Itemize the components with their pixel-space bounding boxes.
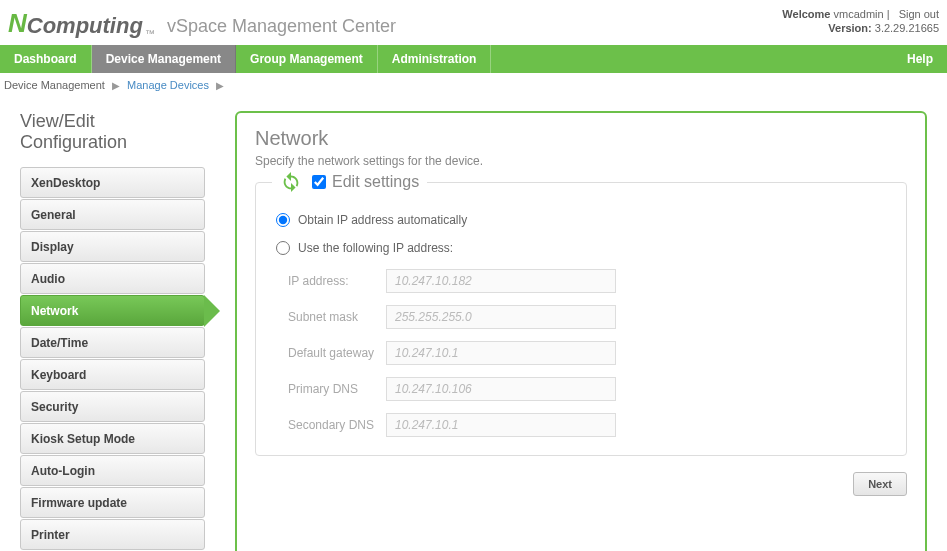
nav-group-management[interactable]: Group Management (236, 45, 378, 73)
dns2-input[interactable] (386, 413, 616, 437)
gateway-row: Default gateway (288, 341, 886, 365)
nav-device-management[interactable]: Device Management (92, 45, 236, 73)
sidebar: XenDesktop General Display Audio Network… (20, 167, 205, 551)
gateway-input[interactable] (386, 341, 616, 365)
radio-auto[interactable] (276, 213, 290, 227)
breadcrumb: Device Management ▶ Manage Devices ▶ (0, 73, 947, 97)
username: vmcadmin (834, 8, 884, 20)
subnet-row: Subnet mask (288, 305, 886, 329)
version-line: Version: 3.2.29.21665 (782, 22, 939, 34)
sidebar-item-general[interactable]: General (20, 199, 205, 230)
panel-footer: Next (255, 472, 907, 496)
nav-administration[interactable]: Administration (378, 45, 492, 73)
nav-help[interactable]: Help (893, 45, 947, 73)
subnet-input[interactable] (386, 305, 616, 329)
sidebar-item-printer[interactable]: Printer (20, 519, 205, 550)
navbar: Dashboard Device Management Group Manage… (0, 45, 947, 73)
ip-label: IP address: (288, 274, 386, 288)
header: NComputing™ vSpace Management Center Wel… (0, 0, 947, 45)
refresh-icon[interactable] (280, 171, 302, 193)
sidebar-item-audio[interactable]: Audio (20, 263, 205, 294)
network-fields: IP address: Subnet mask Default gateway … (288, 269, 886, 437)
dns2-label: Secondary DNS (288, 418, 386, 432)
panel-description: Specify the network settings for the dev… (255, 154, 907, 168)
dns1-row: Primary DNS (288, 377, 886, 401)
left-column: View/Edit Configuration XenDesktop Gener… (20, 111, 205, 551)
sidebar-item-xendesktop[interactable]: XenDesktop (20, 167, 205, 198)
fieldset-legend: Edit settings (272, 171, 427, 193)
sidebar-item-security[interactable]: Security (20, 391, 205, 422)
sidebar-item-firmware[interactable]: Firmware update (20, 487, 205, 518)
sidebar-item-autologin[interactable]: Auto-Login (20, 455, 205, 486)
nav-spacer (491, 45, 893, 73)
legend-text: Edit settings (332, 173, 419, 191)
chevron-right-icon: ▶ (112, 80, 120, 91)
dns2-row: Secondary DNS (288, 413, 886, 437)
nav-dashboard[interactable]: Dashboard (0, 45, 92, 73)
sidebar-item-display[interactable]: Display (20, 231, 205, 262)
next-button[interactable]: Next (853, 472, 907, 496)
app-title: vSpace Management Center (167, 16, 396, 37)
welcome-label: Welcome (782, 8, 830, 20)
dns1-label: Primary DNS (288, 382, 386, 396)
radio-manual[interactable] (276, 241, 290, 255)
panel-title: Network (255, 127, 907, 150)
radio-auto-label: Obtain IP address automatically (298, 213, 467, 227)
content: View/Edit Configuration XenDesktop Gener… (0, 97, 947, 551)
radio-manual-row: Use the following IP address: (276, 241, 886, 255)
logo-tm: ™ (145, 28, 155, 39)
breadcrumb-item-2[interactable]: Manage Devices (127, 79, 209, 91)
header-left: NComputing™ vSpace Management Center (8, 8, 396, 39)
edit-settings-checkbox[interactable] (312, 175, 326, 189)
page-title: View/Edit Configuration (20, 111, 205, 153)
sidebar-item-datetime[interactable]: Date/Time (20, 327, 205, 358)
dns1-input[interactable] (386, 377, 616, 401)
logo-rest: Computing (27, 13, 143, 39)
version-value: 3.2.29.21665 (875, 22, 939, 34)
logo-first-letter: N (8, 8, 27, 39)
header-right: Welcome vmcadmin | Sign out Version: 3.2… (782, 8, 939, 34)
ip-row: IP address: (288, 269, 886, 293)
subnet-label: Subnet mask (288, 310, 386, 324)
sidebar-item-network[interactable]: Network (20, 295, 205, 326)
ip-input[interactable] (386, 269, 616, 293)
radio-auto-row: Obtain IP address automatically (276, 213, 886, 227)
sidebar-item-keyboard[interactable]: Keyboard (20, 359, 205, 390)
version-label: Version: (828, 22, 871, 34)
welcome-line: Welcome vmcadmin | Sign out (782, 8, 939, 20)
gateway-label: Default gateway (288, 346, 386, 360)
radio-manual-label: Use the following IP address: (298, 241, 453, 255)
signout-link[interactable]: Sign out (899, 8, 939, 20)
sidebar-item-kiosk[interactable]: Kiosk Setup Mode (20, 423, 205, 454)
breadcrumb-item-1: Device Management (4, 79, 105, 91)
logo: NComputing™ (8, 8, 155, 39)
edit-settings-checkbox-label: Edit settings (312, 173, 419, 191)
config-panel: Network Specify the network settings for… (235, 111, 927, 551)
edit-settings-fieldset: Edit settings Obtain IP address automati… (255, 182, 907, 456)
chevron-right-icon: ▶ (216, 80, 224, 91)
